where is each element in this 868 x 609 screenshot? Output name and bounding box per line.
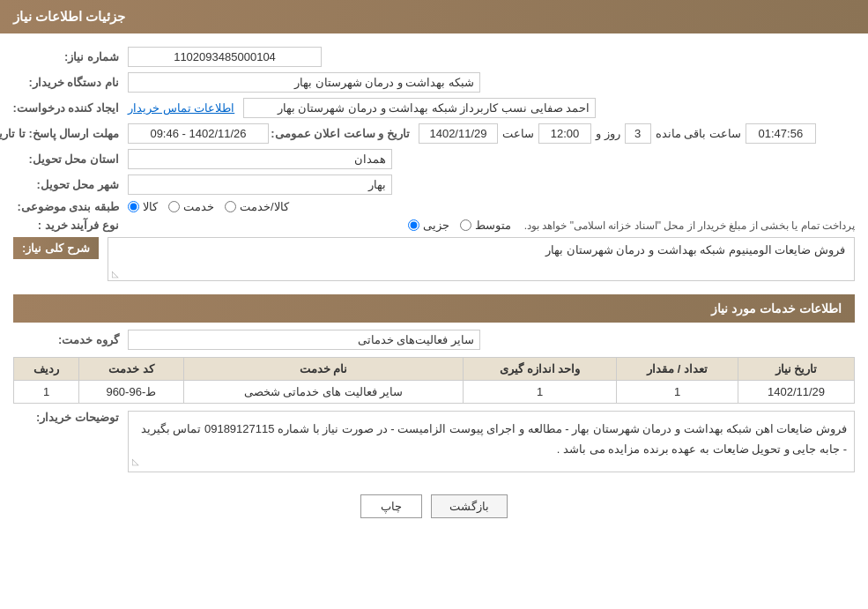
nam-dastgah-row: شبکه بهداشت و درمان شهرستان بهار نام دست… — [13, 72, 855, 93]
ejad-konande-label: ایجاد کننده درخواست: — [13, 101, 119, 115]
kala-khedmat-label: کالا/خدمت — [240, 200, 289, 213]
th-code-khedmat: کد خدمت — [78, 358, 183, 381]
radio-motevaset[interactable]: متوسط — [460, 219, 511, 232]
jozei-label: جزیی — [423, 219, 449, 232]
khadamat-table: تاریخ نیاز تعداد / مقدار واحد اندازه گیر… — [13, 357, 855, 404]
radio-khedmat-input[interactable] — [168, 201, 180, 212]
radio-khedmat[interactable]: خدمت — [168, 200, 214, 213]
radio-kala-input[interactable] — [128, 201, 139, 212]
ejad-konande-value: احمد صفایی نسب کاربرداز شبکه بهداشت و در… — [243, 98, 596, 118]
etelaat-tamas-link[interactable]: اطلاعات تماس خریدار — [128, 101, 234, 115]
radio-motevaset-input[interactable] — [460, 219, 471, 231]
baqi-mande-value: 01:47:56 — [746, 123, 816, 144]
nam-dastgah-value: شبکه بهداشت و درمان شهرستان بهار — [128, 72, 480, 93]
cell-radif: 1 — [14, 381, 79, 404]
grooh-khedmat-value: سایر فعالیت‌های خدماتی — [128, 330, 480, 350]
cell-vahad: 1 — [464, 381, 617, 404]
rooz-label: روز و — [596, 127, 620, 140]
button-row: بازگشت چاپ — [13, 494, 855, 518]
nam-dastgah-label: نام دستگاه خریدار: — [13, 76, 119, 89]
th-nam-khedmat: نام خدمت — [183, 358, 463, 381]
th-tedad: تعداد / مقدار — [617, 358, 738, 381]
nou-farayand-label: نوع فرآیند خرید : — [13, 219, 119, 232]
tabaghebandi-row: کالا/خدمت خدمت کالا طبقه بندی موضوعی: — [13, 200, 855, 213]
tabaghebandi-radios: کالا/خدمت خدمت کالا — [128, 200, 289, 213]
cell-code-khedmat: ط-96-960 — [78, 381, 183, 404]
th-vahad: واحد اندازه گیری — [464, 358, 617, 381]
th-radif: ردیف — [14, 358, 79, 381]
kala-label: کالا — [143, 200, 158, 213]
shahr-row: بهار شهر محل تحویل: — [13, 175, 855, 195]
shomara-niaz-row: 1102093485000104 شماره نیاز: — [13, 47, 855, 67]
shahr-label: شهر محل تحویل: — [13, 178, 119, 191]
tarikh-label: تاریخ و ساعت اعلان عمومی: — [269, 127, 410, 140]
cell-tarikh-niaz: 1402/11/29 — [738, 381, 855, 404]
khadamat-section-header: اطلاعات خدمات مورد نیاز — [13, 294, 855, 323]
sharh-value: فروش ضایعات الومینیوم شبکه بهداشت و درما… — [108, 237, 855, 281]
description-text: فروش ضایعات اهن شبکه بهداشت و درمان شهرس… — [141, 422, 847, 456]
mohlat-tarikh-value: 1402/11/29 — [419, 123, 498, 144]
radio-jozei[interactable]: جزیی — [408, 219, 449, 232]
khedmat-label: خدمت — [183, 200, 214, 213]
baqi-label: ساعت باقی مانده — [656, 127, 741, 140]
sharh-text: فروش ضایعات الومینیوم شبکه بهداشت و درما… — [545, 243, 845, 256]
tabaghebandi-label: طبقه بندی موضوعی: — [13, 200, 119, 213]
grooh-khedmat-label: گروه خدمت: — [13, 333, 119, 346]
grooh-khedmat-row: سایر فعالیت‌های خدماتی گروه خدمت: — [13, 330, 855, 350]
description-box: فروش ضایعات اهن شبکه بهداشت و درمان شهرس… — [128, 411, 855, 472]
sharh-row: فروش ضایعات الومینیوم شبکه بهداشت و درما… — [13, 237, 855, 286]
bazgasht-button[interactable]: بازگشت — [431, 494, 508, 518]
mohlat-label: مهلت ارسال پاسخ: تا تاریخ: — [13, 127, 119, 140]
shahr-value: بهار — [128, 175, 392, 195]
farayand-radios: متوسط جزیی — [408, 219, 511, 232]
radio-kala[interactable]: کالا — [128, 200, 158, 213]
cell-nam-khedmat: سایر فعالیت های خدماتی شخصی — [183, 381, 463, 404]
motevaset-label: متوسط — [475, 219, 511, 232]
chap-button[interactable]: چاپ — [360, 494, 422, 518]
mohlat-saat-value: 12:00 — [538, 123, 591, 144]
rooz-value: 3 — [625, 123, 651, 144]
main-content: 1102093485000104 شماره نیاز: شبکه بهداشت… — [0, 33, 868, 540]
ostan-label: استان محل تحویل: — [13, 152, 119, 166]
th-tarikh-niaz: تاریخ نیاز — [738, 358, 855, 381]
table-header-row: تاریخ نیاز تعداد / مقدار واحد اندازه گیر… — [14, 358, 855, 381]
table-body: 1402/11/29 1 1 سایر فعالیت های خدماتی شخ… — [14, 381, 855, 404]
page-header: جزئیات اطلاعات نیاز — [0, 0, 868, 33]
ostan-value: همدان — [128, 149, 392, 169]
shomara-niaz-label: شماره نیاز: — [13, 50, 119, 63]
header-title: جزئیات اطلاعات نیاز — [13, 9, 125, 24]
tarikh-value: 1402/11/26 - 09:46 — [128, 123, 269, 144]
farayand-row: پرداخت تمام یا بخشی از مبلغ خریدار از مح… — [13, 219, 855, 232]
cell-tedad: 1 — [617, 381, 738, 404]
description-row: فروش ضایعات اهن شبکه بهداشت و درمان شهرس… — [13, 411, 855, 481]
radio-kala-khedmat[interactable]: کالا/خدمت — [225, 200, 289, 213]
radio-kala-khedmat-input[interactable] — [225, 201, 236, 212]
ostan-row: همدان استان محل تحویل: — [13, 149, 855, 169]
saat-label: ساعت — [502, 127, 534, 140]
ejad-konande-row: احمد صفایی نسب کاربرداز شبکه بهداشت و در… — [13, 98, 855, 118]
pardakht-label: پرداخت تمام یا بخشی از مبلغ خریدار از مح… — [524, 219, 855, 232]
page-wrapper: جزئیات اطلاعات نیاز 1102093485000104 شما… — [0, 0, 868, 609]
radio-jozei-input[interactable] — [408, 219, 419, 231]
mohlat-row: 01:47:56 ساعت باقی مانده 3 روز و 12:00 س… — [13, 123, 855, 144]
shomara-niaz-value: 1102093485000104 — [128, 47, 322, 67]
description-label: توضیحات خریدار: — [13, 411, 119, 424]
table-row: 1402/11/29 1 1 سایر فعالیت های خدماتی شخ… — [14, 381, 855, 404]
sharh-section-label: شرح کلی نیاز: — [13, 237, 99, 259]
